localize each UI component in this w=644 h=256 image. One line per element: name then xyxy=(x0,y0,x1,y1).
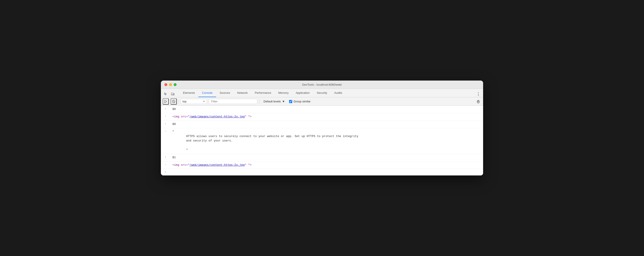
row-content-2: <img src="/web/images/content-https-2x.j… xyxy=(172,114,483,120)
console-row-5: › $1 xyxy=(161,154,483,162)
tab-audits[interactable]: Audits xyxy=(330,89,346,97)
tab-console[interactable]: Console xyxy=(198,89,216,97)
tabs-container: Elements Console Sources Network Perform… xyxy=(180,89,475,97)
row-content-6: <img src="/web/images/content-https-2x.j… xyxy=(172,162,483,168)
row-expand-3[interactable] xyxy=(168,122,172,122)
row-gutter-3: › xyxy=(161,122,168,126)
console-content: › $0 ‹ <img src="/web/images/content-htt… xyxy=(161,106,483,175)
row-content-1: $0 xyxy=(172,106,483,112)
tab-performance[interactable]: Performance xyxy=(251,89,274,97)
row-gutter-1: › xyxy=(161,106,168,111)
tab-network[interactable]: Network xyxy=(234,89,252,97)
devtools-window: DevTools - localhost:8080/web/ xyxy=(161,80,483,175)
row-expand-2[interactable] xyxy=(168,114,172,114)
group-similar-text: Group similar xyxy=(294,100,310,103)
arrow-right-icon-2: › xyxy=(165,122,166,126)
arrow-right-icon-1: › xyxy=(165,107,166,111)
inspect-element-button[interactable] xyxy=(163,91,169,97)
close-button[interactable] xyxy=(164,83,167,86)
default-levels-button[interactable]: Default levels ▼ xyxy=(261,99,287,104)
row-gutter-5: › xyxy=(161,155,168,159)
console-input-row: › xyxy=(161,169,483,175)
row-expand-6[interactable] xyxy=(168,162,172,163)
arrow-left-icon-3: ‹ xyxy=(165,163,166,167)
dollar-var-3: $1 xyxy=(172,156,176,159)
input-arrow-icon: › xyxy=(165,170,166,174)
toolbar-separator-1 xyxy=(178,99,179,104)
row-content-3: $0 xyxy=(172,122,483,127)
html-tag-2: <img src=" xyxy=(172,163,190,166)
svg-rect-1 xyxy=(174,94,174,95)
arrow-left-icon-2: ‹ xyxy=(165,130,166,134)
row-expand-4[interactable] xyxy=(168,129,172,130)
group-similar-checkbox[interactable] xyxy=(289,100,292,103)
text-content-4: " HTTPS allows users to securely connect… xyxy=(172,130,481,152)
context-arrow-icon: ▼ xyxy=(203,100,205,102)
tab-bar: Elements Console Sources Network Perform… xyxy=(161,89,483,97)
filter-input[interactable] xyxy=(209,99,257,104)
html-link-1[interactable]: /web/images/content-https-2x.jpg xyxy=(190,115,245,118)
context-selector[interactable]: top ▼ xyxy=(180,99,207,104)
console-row-4: ‹ " HTTPS allows users to securely conne… xyxy=(161,128,483,154)
row-expand-1[interactable] xyxy=(168,106,172,107)
svg-line-5 xyxy=(172,100,175,102)
title-bar: DevTools - localhost:8080/web/ xyxy=(161,80,483,89)
svg-point-6 xyxy=(478,101,479,102)
maximize-button[interactable] xyxy=(174,83,176,86)
settings-gear-button[interactable] xyxy=(475,98,481,104)
row-expand-5[interactable] xyxy=(168,155,172,155)
tab-security[interactable]: Security xyxy=(313,89,330,97)
console-toolbar: top ▼ Default levels ▼ Group similar xyxy=(161,97,483,106)
html-tag-close-1: " "> xyxy=(245,115,252,118)
input-gutter: › xyxy=(161,170,168,174)
levels-label: Default levels xyxy=(264,100,281,103)
row-gutter-6: ‹ xyxy=(161,162,168,167)
tab-sources[interactable]: Sources xyxy=(216,89,234,97)
minimize-button[interactable] xyxy=(169,83,172,86)
tab-bar-left-icons xyxy=(163,91,176,97)
tab-application[interactable]: Application xyxy=(292,89,314,97)
clear-console-button[interactable] xyxy=(170,98,177,104)
row-gutter-2: ‹ xyxy=(161,114,168,118)
context-label: top xyxy=(182,100,186,103)
tab-memory[interactable]: Memory xyxy=(275,89,292,97)
execute-context-button[interactable] xyxy=(163,98,169,104)
more-tabs-button[interactable]: ⋮ xyxy=(475,91,481,97)
svg-marker-3 xyxy=(165,100,167,103)
device-toolbar-button[interactable] xyxy=(170,91,176,97)
tab-elements[interactable]: Elements xyxy=(180,89,198,97)
arrow-right-icon-3: › xyxy=(165,155,166,159)
html-tag-close-2: " "> xyxy=(245,163,252,166)
traffic-lights xyxy=(164,83,176,86)
console-row-1: › $0 xyxy=(161,106,483,113)
arrow-left-icon-1: ‹ xyxy=(165,114,166,118)
group-similar-label[interactable]: Group similar xyxy=(289,100,310,103)
console-row-3: › $0 xyxy=(161,121,483,128)
html-tag-1: <img src=" xyxy=(172,115,190,118)
devtools-body: Elements Console Sources Network Perform… xyxy=(161,89,483,175)
console-input[interactable] xyxy=(172,170,483,174)
toolbar-separator-2 xyxy=(259,99,259,104)
dollar-var-1: $0 xyxy=(172,108,176,111)
row-content-5: $1 xyxy=(172,155,483,160)
levels-arrow-icon: ▼ xyxy=(282,100,285,103)
dollar-var-2: $0 xyxy=(172,122,176,126)
input-expand xyxy=(168,172,172,172)
row-content-4: " HTTPS allows users to securely connect… xyxy=(172,129,483,153)
window-title: DevTools - localhost:8080/web/ xyxy=(302,83,342,86)
tab-bar-right: ⋮ xyxy=(475,91,481,97)
console-row-2: ‹ <img src="/web/images/content-https-2x… xyxy=(161,113,483,121)
html-link-2[interactable]: /web/images/content-https-2x.jpg xyxy=(190,163,245,166)
console-row-6: ‹ <img src="/web/images/content-https-2x… xyxy=(161,162,483,169)
row-gutter-4: ‹ xyxy=(161,129,168,134)
